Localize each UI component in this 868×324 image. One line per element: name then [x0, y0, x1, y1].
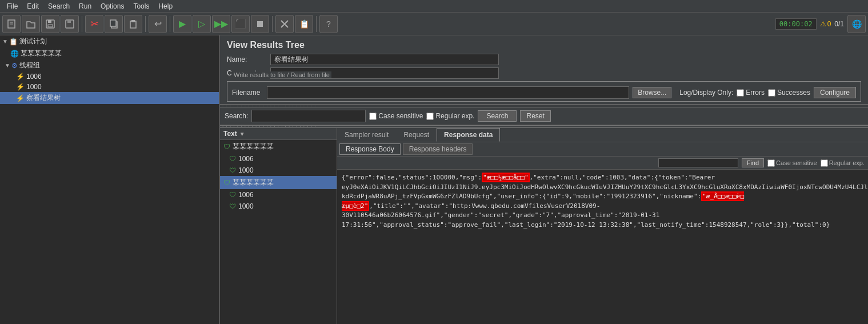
shield-icon-4: 🛡 — [223, 179, 230, 187]
errors-label: Errors — [746, 89, 765, 97]
name-label: Name: — [227, 55, 267, 63]
panel-header: View Results Tree Name: Comments: Write … — [220, 35, 868, 105]
filename-row: Filename Browse... Log/Display Only: Err… — [232, 86, 856, 99]
result-tree: Text ▼ 🛡 某某某某某某 🛡 1006 🛡 1000 — [220, 128, 337, 324]
timer-display: 00:00:02 — [775, 18, 817, 30]
settings-button[interactable]: 🌐 — [847, 15, 866, 33]
cut-button[interactable]: ✂ — [85, 15, 103, 33]
menu-help[interactable]: Help — [154, 1, 177, 11]
stop-button[interactable]: ⬛ — [231, 15, 250, 33]
menu-options[interactable]: Options — [96, 1, 129, 11]
warning-icon: ⚠ — [820, 20, 826, 28]
get-clipboard-button[interactable]: 📋 — [295, 15, 313, 33]
subtab-response-headers[interactable]: Response headers — [403, 143, 473, 155]
stop-now-button[interactable]: ⏹ — [251, 15, 269, 33]
find-case-sensitive-checkbox[interactable] — [767, 159, 775, 167]
thread-label: 线程组 — [19, 61, 40, 70]
tree-http-request[interactable]: 🌐 某某某某某某 — [0, 47, 219, 59]
right-panel: View Results Tree Name: Comments: Write … — [220, 35, 868, 324]
undo-button[interactable]: ↩ — [149, 15, 167, 33]
shield-icon-6: 🛡 — [229, 202, 236, 210]
menu-run[interactable]: Run — [74, 1, 96, 11]
result-item-1006b[interactable]: 🛡 1006 — [220, 189, 337, 201]
tab-response-data[interactable]: Response data — [437, 128, 500, 142]
result-item-1006a[interactable]: 🛡 1006 — [220, 153, 337, 165]
name-input[interactable] — [270, 54, 499, 65]
result-item-1000a[interactable]: 🛡 1000 — [220, 165, 337, 176]
tree-item-1000[interactable]: ⚡ 1000 — [0, 82, 219, 92]
menu-edit[interactable]: Edit — [22, 1, 43, 11]
result-item-1[interactable]: 🛡 某某某某某某 — [220, 140, 337, 153]
http-icon: 🌐 — [10, 50, 19, 58]
menu-file[interactable]: File — [2, 1, 22, 11]
case-sensitive-checkbox[interactable] — [369, 113, 377, 120]
result-item-1000b[interactable]: 🛡 1000 — [220, 201, 337, 212]
start-remote-button[interactable]: ▶▶ — [212, 15, 230, 33]
menu-search[interactable]: Search — [43, 1, 74, 11]
paste-button[interactable] — [124, 15, 142, 33]
tab-sampler-result[interactable]: Sampler result — [337, 128, 396, 142]
search-input[interactable] — [251, 110, 366, 122]
tab-request[interactable]: Request — [396, 128, 437, 142]
shield-icon-1: 🛡 — [223, 143, 230, 151]
successes-checkbox[interactable] — [768, 89, 775, 97]
regular-exp-checkbox[interactable] — [426, 113, 434, 120]
tree-thread-group[interactable]: ▼ ⚙ 线程组 — [0, 59, 219, 71]
tree-test-plan[interactable]: ▼ 📋 测试计划 — [0, 35, 219, 47]
write-section-title: Write results to file / Read from file — [232, 71, 331, 78]
find-button[interactable]: Find — [742, 158, 764, 167]
svg-rect-5 — [48, 25, 53, 27]
filename-input[interactable] — [267, 86, 629, 99]
name-row: Name: — [227, 54, 861, 65]
errors-checkbox[interactable] — [737, 89, 744, 97]
filename-label: Filename — [232, 89, 263, 97]
item-1006-label: 1006 — [26, 73, 42, 81]
find-regular-exp-label: Regular exp. — [821, 159, 865, 167]
save-button[interactable] — [41, 15, 59, 33]
highlight-msg: "æ□□½æ□□å□□" — [482, 173, 529, 182]
case-sensitive-text: Case sensitive — [378, 112, 423, 120]
browse-button[interactable]: Browse... — [633, 87, 671, 98]
response-content-end: ,"title":"","avatar":"http:Vwww.qbedu.co… — [342, 202, 830, 229]
copy-button[interactable] — [105, 15, 123, 33]
panel-title: View Results Tree — [227, 40, 861, 50]
content-area: Text ▼ 🛡 某某某某某某 🛡 1006 🛡 1000 — [220, 128, 868, 324]
menu-tools[interactable]: Tools — [129, 1, 154, 11]
find-regular-exp-checkbox[interactable] — [821, 159, 828, 167]
result-label-1006a: 1006 — [238, 155, 254, 163]
configure-button[interactable]: Configure — [814, 87, 856, 98]
sep3 — [170, 16, 170, 32]
results-icon: ⚡ — [16, 94, 25, 102]
tree-item-1006[interactable]: ⚡ 1006 — [0, 71, 219, 82]
new-button[interactable] — [2, 15, 21, 33]
shield-icon-5: 🛡 — [229, 191, 236, 199]
svg-rect-11 — [131, 20, 135, 22]
reset-button[interactable]: Reset — [520, 110, 550, 122]
find-case-sensitive-text: Case sensitive — [776, 159, 817, 166]
tree-results-tree[interactable]: ⚡ 察看结果树 — [0, 92, 219, 104]
expand-icon2: ▼ — [5, 62, 10, 69]
help-button[interactable]: ? — [319, 15, 338, 33]
start-no-pause-button[interactable]: ▷ — [193, 15, 211, 33]
results-tree-label: 察看结果树 — [26, 93, 61, 103]
shield-icon-3: 🛡 — [229, 166, 236, 174]
search-button[interactable]: Search — [478, 110, 517, 122]
find-input[interactable] — [658, 158, 738, 167]
toolbar: ✂ ↩ ▶ ▷ ▶▶ ⬛ ⏹ 📋 ? 00:00:02 ⚠ 0 0/1 🌐 — [0, 13, 868, 35]
fraction-display: 0/1 — [834, 20, 844, 28]
result-tree-header: Text ▼ — [220, 128, 337, 140]
test-plan-icon: 📋 — [9, 38, 18, 46]
open-button[interactable] — [22, 15, 40, 33]
regular-exp-text: Regular exp. — [435, 112, 474, 120]
subtab-response-body[interactable]: Response Body — [339, 143, 401, 155]
response-body[interactable]: {"error":false,"status":100000,"msg":"æ□… — [337, 170, 868, 324]
find-case-sensitive-label: Case sensitive — [767, 159, 817, 167]
saveas-button[interactable] — [61, 15, 79, 33]
sep5 — [316, 16, 317, 32]
start-button[interactable]: ▶ — [173, 15, 191, 33]
search-label: Search: — [225, 112, 248, 120]
toolbar-right: 00:00:02 ⚠ 0 0/1 🌐 — [775, 15, 866, 33]
expand-icon: ▼ — [2, 38, 8, 45]
clear-button[interactable] — [275, 15, 294, 33]
result-item-2[interactable]: 🛡 某某某某某某 — [220, 176, 337, 189]
